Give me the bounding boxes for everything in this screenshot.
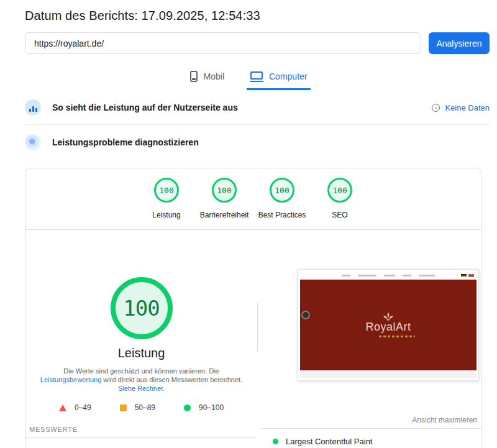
analyze-button[interactable]: Analysieren [429, 32, 490, 54]
metric-largest-contentful-paint: Largest Contentful Paint 0,4 s [258, 429, 481, 448]
language-flags [461, 274, 474, 277]
legend-range: 90–100 [199, 403, 224, 412]
user-experience-icon [25, 99, 41, 116]
logo-text: RoyalArt [365, 321, 411, 334]
url-bar: Analysieren [25, 32, 490, 54]
legend-pass: 90–100 [184, 403, 224, 412]
legend-fail: 0–49 [59, 403, 91, 412]
nav-placeholder [419, 275, 435, 277]
metric-name: Largest Contentful Paint [286, 437, 372, 446]
category-score-best-practices[interactable]: 100 Best Practices [253, 178, 311, 219]
no-data-label: Keine Daten [445, 103, 490, 112]
category-scores-row: 100 Leistung 100 Barrierefreiheit 100 Be… [25, 168, 481, 230]
diagnose-gauge-icon [25, 134, 41, 150]
orange-square-icon [120, 405, 127, 411]
green-dot-icon [273, 439, 278, 444]
legend-range: 50–89 [135, 403, 155, 412]
green-circle-icon [184, 405, 191, 411]
tab-computer-label: Computer [269, 71, 307, 81]
metrics-header-label: MESSWERTE [29, 426, 78, 433]
info-icon: i [432, 104, 440, 112]
logo-subtitle-decoration [379, 336, 415, 337]
metric-first-contentful-paint: First Contentful Paint 0,3 s [25, 438, 257, 448]
performance-score-gauge: 100 [111, 277, 173, 339]
lighthouse-report-card: 100 Leistung 100 Barrierefreiheit 100 Be… [25, 168, 481, 448]
flag-icon [468, 274, 474, 277]
desktop-icon [250, 71, 263, 80]
bar-chart-icon-bar [32, 106, 34, 112]
score-label: Barrierefreiheit [200, 211, 249, 219]
bar-chart-icon-bar [29, 109, 31, 112]
category-score-barrierefreiheit[interactable]: 100 Barrierefreiheit [196, 178, 253, 219]
score-circle: 100 [154, 178, 179, 203]
royalart-logo: RoyalArt [362, 313, 415, 337]
score-label: SEO [332, 211, 347, 219]
tab-mobil-label: Mobil [204, 71, 224, 81]
mobile-phone-icon [190, 71, 198, 82]
score-legend: 0–49 50–89 90–100 [59, 403, 224, 412]
thumbnail-footer-strip [300, 370, 476, 378]
score-disclaimer: Die Werte sind geschätzt und können vari… [34, 367, 250, 393]
screenshot-column: RoyalArt Ansicht maximieren Largest Cont… [258, 230, 481, 448]
nav-placeholder [403, 275, 411, 277]
report-main-columns: 100 Leistung Die Werte sind geschätzt un… [25, 230, 481, 448]
red-triangle-icon [59, 405, 66, 411]
legend-range: 0–49 [75, 403, 91, 412]
metrics-header-row: MESSWERTE [25, 423, 257, 434]
page-screenshot-thumbnail[interactable]: RoyalArt [298, 269, 479, 381]
expand-view-row: Ansicht maximieren [258, 414, 481, 425]
score-circle: 100 [270, 178, 294, 203]
legend-average: 50–89 [120, 403, 155, 412]
nav-placeholder [342, 275, 350, 277]
score-circle: 100 [327, 178, 352, 203]
thumbnail-nav-strip [300, 272, 476, 280]
pagespeed-report-page: Datum des Berichts: 17.09.2025, 12:54:33… [0, 0, 497, 448]
disclaimer-text: wird direkt aus diesen Messwerten berech… [101, 376, 242, 383]
device-tabs: Mobil Computer [0, 68, 497, 90]
disclaimer-text: Die Werte sind geschätzt und können vari… [63, 367, 219, 375]
bar-chart-icon-bar [35, 108, 37, 112]
diagnose-section-title: Leistungsprobleme diagnostizieren [52, 137, 199, 147]
performance-column: 100 Leistung Die Werte sind geschätzt un… [25, 230, 257, 448]
url-input[interactable] [25, 32, 421, 54]
score-label: Leistung [152, 211, 180, 219]
category-score-seo[interactable]: 100 SEO [311, 178, 369, 219]
metric-head: Largest Contentful Paint [273, 437, 481, 446]
tab-computer[interactable]: Computer [247, 68, 311, 90]
expand-view-link[interactable]: Ansicht maximieren [412, 416, 477, 424]
score-label: Best Practices [258, 211, 306, 219]
leistungsbewertung-link[interactable]: Leistungsbewertung [40, 376, 101, 383]
no-data-link[interactable]: i Keine Daten [432, 103, 490, 112]
siehe-rechner-link[interactable]: Siehe Rechner. [118, 385, 165, 392]
thumbnail-hero: RoyalArt [300, 280, 476, 370]
category-score-leistung[interactable]: 100 Leistung [138, 178, 196, 219]
report-date-title: Datum des Berichts: 17.09.2025, 12:54:33 [0, 0, 497, 23]
tab-mobil[interactable]: Mobil [186, 68, 228, 90]
score-circle: 100 [212, 178, 237, 203]
nav-placeholder [384, 275, 395, 277]
nav-placeholder [358, 275, 376, 277]
diagnose-section-header: Leistungsprobleme diagnostizieren [25, 125, 490, 159]
thumbnail-badge-icon [301, 311, 310, 319]
german-flag-icon [461, 274, 467, 277]
field-data-section-header: So sieht die Leistung auf der Nutzerseit… [25, 90, 490, 125]
field-data-section-title: So sieht die Leistung auf der Nutzerseit… [52, 103, 238, 112]
performance-gauge-label: Leistung [118, 346, 165, 360]
